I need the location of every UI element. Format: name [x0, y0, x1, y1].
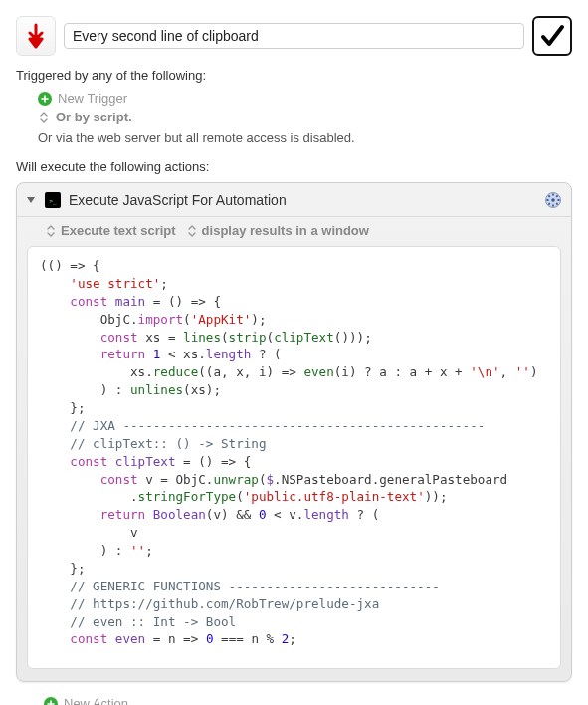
svg-point-3 [551, 198, 555, 202]
script-editor-icon: >_ [45, 192, 61, 208]
action-block-execute-jxa: >_ Execute JavaScript For Automation [16, 182, 572, 682]
script-mode-label: Execute text script [61, 223, 176, 238]
macro-enabled-checkbox[interactable] [532, 16, 572, 56]
remote-access-info: Or via the web server but all remote acc… [38, 130, 572, 145]
or-by-script-label: Or by script. [56, 110, 132, 124]
display-mode-label: display results in a window [202, 223, 369, 238]
script-text-editor[interactable]: (() => { 'use strict'; const main = () =… [27, 246, 561, 669]
new-action-button[interactable]: New Action [44, 696, 572, 705]
display-mode-popup[interactable]: display results in a window [186, 223, 369, 238]
or-by-script-button[interactable]: Or by script. [38, 110, 572, 124]
macro-header-row [16, 16, 572, 56]
triggers-heading: Triggered by any of the following: [16, 68, 572, 83]
updown-icon [38, 112, 50, 123]
macro-icon-button[interactable] [16, 16, 56, 56]
checkmark-icon [539, 23, 565, 49]
updown-icon [186, 225, 198, 237]
script-mode-popup[interactable]: Execute text script [45, 223, 176, 238]
actions-heading: Will execute the following actions: [16, 159, 572, 174]
macro-editor: Triggered by any of the following: New T… [0, 0, 588, 705]
svg-text:>_: >_ [50, 197, 58, 205]
plus-icon [38, 92, 52, 106]
svg-line-9 [556, 203, 557, 204]
new-trigger-button[interactable]: New Trigger [38, 91, 572, 106]
svg-line-8 [548, 195, 549, 196]
down-arrow-icon [25, 23, 47, 49]
svg-line-11 [548, 203, 549, 204]
disclosure-triangle-icon[interactable] [25, 195, 37, 205]
updown-icon [45, 225, 57, 237]
action-gear-button[interactable] [543, 190, 563, 210]
macro-title-input[interactable] [64, 23, 524, 49]
action-header[interactable]: >_ Execute JavaScript For Automation [17, 183, 571, 217]
svg-line-10 [556, 195, 557, 196]
gear-icon [544, 191, 562, 209]
action-subheader: Execute text script display results in a… [17, 217, 571, 246]
new-trigger-label: New Trigger [58, 91, 127, 106]
action-title: Execute JavaScript For Automation [69, 192, 535, 208]
new-action-label: New Action [64, 696, 128, 705]
plus-icon [44, 697, 58, 705]
